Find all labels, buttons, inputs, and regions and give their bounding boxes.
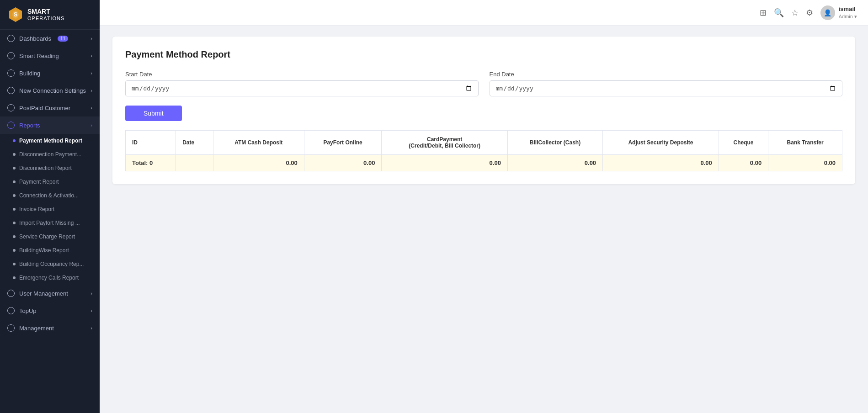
total-card-payment: 0.00: [382, 155, 507, 171]
settings-icon[interactable]: ⚙: [806, 8, 813, 18]
total-bank-transfer: 0.00: [768, 155, 842, 171]
sub-item-disconnection-report[interactable]: Disconnection Report: [0, 161, 100, 175]
total-cheque: 0.00: [719, 155, 768, 171]
chevron-right-icon: ›: [91, 308, 92, 313]
col-date: Date: [176, 131, 213, 155]
total-atm: 0.00: [213, 155, 304, 171]
sub-item-connection-activation[interactable]: Connection & Activatio...: [0, 189, 100, 202]
table-header: ID Date ATM Cash Deposit PayFort Online …: [126, 131, 842, 155]
main-content: ⊞ 🔍 ☆ ⚙ 👤 ismail Admin ▾ Payment Method …: [100, 0, 868, 413]
end-date-label: End Date: [490, 71, 843, 78]
col-payfort: PayFort Online: [304, 131, 382, 155]
smart-reading-icon: [7, 52, 15, 59]
reports-icon: [7, 122, 15, 129]
sidebar-item-dashboards[interactable]: Dashboards 11 ›: [0, 30, 100, 47]
avatar: 👤: [820, 5, 835, 20]
chevron-right-icon: ›: [91, 122, 92, 128]
start-date-input[interactable]: [125, 80, 479, 96]
end-date-input[interactable]: [490, 80, 843, 96]
total-date: [176, 155, 213, 171]
col-bank-transfer: Bank Transfer: [768, 131, 842, 155]
new-connection-icon: [7, 87, 15, 94]
date-filter-row: Start Date End Date: [125, 71, 842, 96]
sub-item-emergency-calls[interactable]: Emergency Calls Report: [0, 271, 100, 285]
chevron-right-icon: ›: [91, 291, 92, 296]
dashboards-icon: [7, 35, 15, 42]
start-date-label: Start Date: [125, 71, 479, 78]
grid-icon[interactable]: ⊞: [760, 8, 767, 18]
sub-item-import-payfort[interactable]: Import Payfort Missing ...: [0, 216, 100, 230]
chevron-right-icon: ›: [91, 53, 92, 58]
sub-item-service-charge-report[interactable]: Service Charge Report: [0, 230, 100, 244]
dashboards-badge: 11: [58, 36, 68, 42]
end-date-group: End Date: [490, 71, 843, 96]
star-icon[interactable]: ☆: [791, 8, 799, 18]
total-label: Total: 0: [126, 155, 176, 171]
total-billcollector: 0.00: [507, 155, 602, 171]
user-menu[interactable]: 👤 ismail Admin ▾: [820, 5, 857, 20]
sidebar-item-new-connection[interactable]: New Connection Settings ›: [0, 82, 100, 99]
postpaid-icon: [7, 104, 15, 111]
col-atm-cash: ATM Cash Deposit: [213, 131, 304, 155]
sidebar: S SMART OPERATIONS Dashboards 11 › Smart…: [0, 0, 100, 413]
table-body: Total: 0 0.00 0.00 0.00 0.00 0.00 0.00 0…: [126, 155, 842, 171]
logo-text-operations: OPERATIONS: [27, 16, 64, 21]
col-billcollector: BillCollector (Cash): [507, 131, 602, 155]
user-name: ismail: [839, 5, 857, 13]
sidebar-item-management[interactable]: Management ›: [0, 319, 100, 337]
col-id: ID: [126, 131, 176, 155]
total-adjust-security: 0.00: [603, 155, 719, 171]
topup-icon: [7, 307, 15, 314]
logo-text-smart: SMART: [27, 8, 64, 15]
building-icon: [7, 69, 15, 77]
chevron-right-icon: ›: [91, 36, 92, 41]
logo: S SMART OPERATIONS: [0, 0, 100, 30]
sidebar-item-building[interactable]: Building ›: [0, 64, 100, 82]
sub-item-payment-method-report[interactable]: Payment Method Report: [0, 134, 100, 148]
sidebar-item-reports[interactable]: Reports ›: [0, 116, 100, 134]
user-management-icon: [7, 290, 15, 297]
search-icon[interactable]: 🔍: [774, 8, 784, 18]
sub-item-payment-report[interactable]: Payment Report: [0, 175, 100, 189]
sub-item-buildingwise-report[interactable]: BuildingWise Report: [0, 244, 100, 257]
sub-item-disconnection-payment[interactable]: Disconnection Payment...: [0, 148, 100, 161]
col-card-payment: CardPayment(Credit/Debit, Bill Collector…: [382, 131, 507, 155]
dropdown-arrow-icon: ▾: [854, 14, 857, 19]
sidebar-item-user-management[interactable]: User Management ›: [0, 285, 100, 302]
sub-item-building-occupancy[interactable]: Building Occupancy Rep...: [0, 257, 100, 271]
chevron-right-icon: ›: [91, 70, 92, 76]
management-icon: [7, 324, 15, 332]
sidebar-item-smart-reading[interactable]: Smart Reading ›: [0, 47, 100, 64]
chevron-right-icon: ›: [91, 88, 92, 93]
page-title: Payment Method Report: [125, 49, 842, 60]
page-card: Payment Method Report Start Date End Dat…: [112, 37, 855, 184]
col-adjust-security: Adjust Security Deposite: [603, 131, 719, 155]
table-container: ID Date ATM Cash Deposit PayFort Online …: [125, 130, 842, 171]
table-total-row: Total: 0 0.00 0.00 0.00 0.00 0.00 0.00 0…: [126, 155, 842, 171]
logo-icon: S: [7, 6, 24, 23]
sub-item-invoice-report[interactable]: Invoice Report: [0, 202, 100, 216]
chevron-right-icon: ›: [91, 105, 92, 111]
total-payfort: 0.00: [304, 155, 382, 171]
start-date-group: Start Date: [125, 71, 479, 96]
sidebar-item-topup[interactable]: TopUp ›: [0, 302, 100, 319]
table-header-row: ID Date ATM Cash Deposit PayFort Online …: [126, 131, 842, 155]
header: ⊞ 🔍 ☆ ⚙ 👤 ismail Admin ▾: [100, 0, 868, 26]
user-role: Admin ▾: [839, 13, 857, 20]
chevron-right-icon: ›: [91, 325, 92, 331]
report-table: ID Date ATM Cash Deposit PayFort Online …: [125, 130, 842, 171]
svg-text:S: S: [14, 11, 18, 18]
sidebar-item-postpaid-customer[interactable]: PostPaid Customer ›: [0, 99, 100, 116]
submit-button[interactable]: Submit: [125, 106, 182, 121]
content-area: Payment Method Report Start Date End Dat…: [100, 26, 868, 413]
col-cheque: Cheque: [719, 131, 768, 155]
